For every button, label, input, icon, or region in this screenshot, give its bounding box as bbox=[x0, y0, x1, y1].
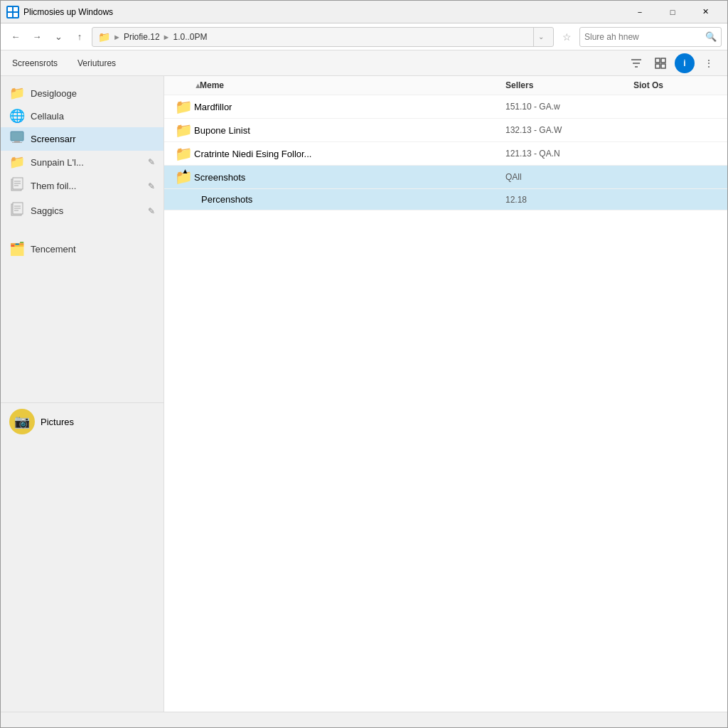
tab-screensrots[interactable]: Screensrots bbox=[9, 54, 60, 73]
tab-veriutures[interactable]: Veriutures bbox=[75, 54, 119, 73]
file-row-bupone[interactable]: 📁 Bupone Linist 132.13 - GA.W bbox=[164, 119, 727, 142]
address-path[interactable]: 📁 ► Priofie.12 ► 1.0..0PM ⌄ bbox=[92, 27, 554, 47]
file-row-mardfillor[interactable]: 📁 Mardfillor 151.10 - GA.w bbox=[164, 95, 727, 119]
folder-icon-mardfillor: 📁 bbox=[173, 98, 194, 115]
col-siotos-header[interactable]: Siot Os bbox=[633, 80, 719, 90]
desiglooge-icon: 📁 bbox=[9, 85, 25, 101]
sidebar-label-tencement: Tencement bbox=[31, 244, 155, 255]
svg-rect-0 bbox=[8, 7, 12, 11]
info-icon: i bbox=[683, 58, 685, 68]
sidebar-item-tencement[interactable]: 🗂️ Tencement bbox=[1, 237, 164, 260]
sidebar-label-sunpain: Sunpain L'l... bbox=[31, 157, 142, 168]
main-layout: 📁 Desiglooge 🌐 Cellaula Screensarr 📁 Sun… bbox=[1, 76, 727, 712]
themfoil-edit-icon[interactable]: ✎ bbox=[148, 181, 155, 191]
path-folder-icon: 📁 bbox=[98, 31, 110, 43]
sidebar-label-cellaula: Cellaula bbox=[31, 111, 155, 122]
themfoil-icon bbox=[9, 177, 25, 195]
path-separator2: ► bbox=[163, 33, 171, 41]
svg-rect-9 bbox=[655, 64, 660, 68]
app-icon bbox=[6, 6, 19, 18]
search-box[interactable]: 🔍 bbox=[579, 27, 722, 47]
svg-rect-10 bbox=[661, 64, 665, 68]
file-row-percenshots[interactable]: Percenshots 12.18 bbox=[164, 189, 727, 210]
file-sellers-percenshots: 12.18 bbox=[505, 195, 633, 205]
col-sellers-header[interactable]: Sellers bbox=[505, 80, 633, 90]
saggics-icon bbox=[9, 202, 25, 220]
file-name-screenshots: Screenshots bbox=[194, 172, 505, 183]
sidebar-pictures[interactable]: 📷 Pictures bbox=[1, 402, 164, 440]
sort-arrow: ▲ bbox=[194, 81, 200, 90]
svg-rect-8 bbox=[661, 58, 665, 63]
maximize-button[interactable]: □ bbox=[656, 1, 689, 23]
window-controls: − □ ✕ bbox=[623, 1, 722, 23]
sidebar-item-themfoil[interactable]: Them foil... ✎ bbox=[1, 173, 164, 198]
window-title: Plicmosies up Windows bbox=[23, 7, 623, 17]
sunpain-icon: 📁 bbox=[9, 154, 25, 170]
path-separator1: ► bbox=[113, 33, 121, 41]
sidebar-item-screensarr[interactable]: Screensarr bbox=[1, 127, 164, 151]
close-button[interactable]: ✕ bbox=[689, 1, 722, 23]
svg-rect-3 bbox=[14, 13, 18, 17]
file-sellers-cratrinte: 121.13 - QA.N bbox=[505, 149, 633, 159]
filter-button[interactable] bbox=[626, 53, 646, 73]
file-sellers-mardfillor: 151.10 - GA.w bbox=[505, 102, 633, 112]
saggics-edit-icon[interactable]: ✎ bbox=[148, 206, 155, 216]
search-icon: 🔍 bbox=[705, 31, 717, 42]
sidebar-item-desiglooge[interactable]: 📁 Desiglooge bbox=[1, 82, 164, 105]
search-input[interactable] bbox=[584, 32, 702, 42]
up-button[interactable]: ↑ bbox=[70, 28, 89, 46]
file-row-cratrinte[interactable]: 📁 Cratrinte Niedi Esing Follor... 121.13… bbox=[164, 142, 727, 166]
file-row-screenshots[interactable]: 📁 ▲ Screenshots QAll bbox=[164, 166, 727, 189]
info-button[interactable]: i bbox=[675, 53, 695, 73]
sidebar-item-sunpain[interactable]: 📁 Sunpain L'l... ✎ bbox=[1, 151, 164, 173]
sunpain-edit-icon[interactable]: ✎ bbox=[148, 157, 155, 167]
folder-icon-bupone: 📁 bbox=[173, 122, 194, 139]
status-bar bbox=[1, 712, 727, 728]
file-name-bupone: Bupone Linist bbox=[194, 125, 505, 136]
back-button[interactable]: ← bbox=[6, 28, 25, 46]
sidebar: 📁 Desiglooge 🌐 Cellaula Screensarr 📁 Sun… bbox=[1, 76, 164, 712]
sidebar-item-cellaula[interactable]: 🌐 Cellaula bbox=[1, 105, 164, 127]
sidebar-label-saggics: Saggics bbox=[31, 205, 142, 216]
svg-rect-1 bbox=[14, 7, 18, 11]
content-area: ▲ Meme Sellers Siot Os 📁 Mardfillor 151.… bbox=[164, 76, 727, 712]
path-part1: Priofie.12 bbox=[124, 32, 160, 42]
file-name-percenshots: Percenshots bbox=[201, 194, 505, 205]
sidebar-item-saggics[interactable]: Saggics ✎ bbox=[1, 198, 164, 223]
folder-icon-cratrinte: 📁 bbox=[173, 145, 194, 162]
view-button[interactable] bbox=[651, 53, 670, 73]
ribbon-actions: i ⋮ bbox=[626, 53, 719, 73]
more-button[interactable]: ⋮ bbox=[699, 53, 719, 73]
path-part2: 1.0..0PM bbox=[173, 32, 207, 42]
file-sellers-screenshots: QAll bbox=[505, 172, 633, 182]
title-bar: Plicmosies up Windows − □ ✕ bbox=[1, 1, 727, 23]
cellaula-icon: 🌐 bbox=[9, 108, 25, 124]
svg-rect-11 bbox=[11, 132, 23, 141]
col-name-header[interactable]: Meme bbox=[200, 80, 505, 90]
column-headers: ▲ Meme Sellers Siot Os bbox=[164, 76, 727, 95]
file-sellers-bupone: 132.13 - GA.W bbox=[505, 125, 633, 135]
svg-rect-2 bbox=[8, 13, 12, 17]
address-bar: ← → ⌄ ↑ 📁 ► Priofie.12 ► 1.0..0PM ⌄ ☆ 🔍 bbox=[1, 23, 727, 50]
favorite-button[interactable]: ☆ bbox=[557, 27, 577, 47]
sidebar-label-screensarr: Screensarr bbox=[31, 134, 155, 144]
address-dropdown[interactable]: ⌄ bbox=[533, 27, 547, 47]
file-name-mardfillor: Mardfillor bbox=[194, 102, 505, 112]
folder-icon-screenshots: 📁 ▲ bbox=[173, 168, 194, 186]
screensarr-icon bbox=[9, 131, 25, 147]
pictures-icon: 📷 bbox=[9, 409, 35, 434]
tencement-icon: 🗂️ bbox=[9, 241, 25, 257]
svg-rect-13 bbox=[12, 142, 22, 143]
sidebar-label-pictures: Pictures bbox=[41, 417, 74, 427]
file-name-cratrinte: Cratrinte Niedi Esing Follor... bbox=[194, 149, 505, 159]
sidebar-label-desiglooge: Desiglooge bbox=[31, 88, 155, 99]
dropdown-button[interactable]: ⌄ bbox=[49, 28, 68, 46]
svg-rect-7 bbox=[655, 58, 660, 63]
forward-button[interactable]: → bbox=[28, 28, 46, 46]
minimize-button[interactable]: − bbox=[623, 1, 656, 23]
ribbon: Screensrots Veriutures i ⋮ bbox=[1, 50, 727, 76]
sidebar-label-themfoil: Them foil... bbox=[31, 181, 142, 191]
